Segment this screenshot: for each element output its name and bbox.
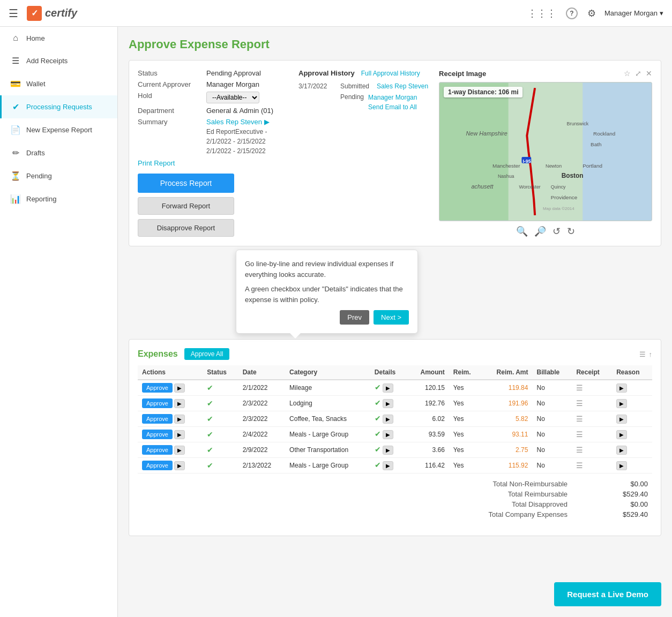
status-check-2: ✔ [207,415,213,423]
status-cell-0: ✔ [203,380,238,396]
row-arrow-button-5[interactable]: ▶ [174,461,185,470]
row-arrow-button-0[interactable]: ▶ [174,383,185,393]
details-check-2: ✔ [375,414,381,423]
total-non-reimbursable-value: $0.00 [610,480,648,488]
rotate-left-icon[interactable]: ↺ [552,225,561,237]
zoom-in-icon[interactable]: 🔍 [516,225,528,237]
expenses-card: Expenses Approve All ☰ ↑ Actions Status … [129,339,661,536]
approve-row-button-3[interactable]: Approve [142,430,173,439]
expand-icon[interactable]: ⤢ [635,69,641,78]
list-icon[interactable]: ☰ [639,350,646,358]
receipt-icon-4[interactable]: ☰ [576,446,583,454]
help-icon[interactable]: ? [566,7,578,19]
row-arrow-button-2[interactable]: ▶ [174,415,185,424]
user-menu[interactable]: Manager Morgan ▾ [604,9,663,17]
approve-row-button-5[interactable]: Approve [142,461,173,470]
details-arrow-5[interactable]: ▶ [383,461,393,470]
status-cell-5: ✔ [203,458,238,473]
disapprove-report-button[interactable]: Disapprove Report [138,219,234,237]
summary-detail-line1: Ed ReportExecutive - [206,128,270,136]
details-arrow-4[interactable]: ▶ [383,446,393,455]
expenses-header: Expenses Approve All ☰ ↑ [138,348,652,360]
details-cell-2: ✔ ▶ [370,411,408,427]
details-arrow-2[interactable]: ▶ [383,415,393,424]
summary-link[interactable]: Sales Rep Steven ▶ [206,118,270,126]
row-arrow-button-1[interactable]: ▶ [174,399,185,408]
approve-row-button-4[interactable]: Approve [142,445,173,455]
grid-icon[interactable]: ⋮⋮⋮ [527,7,556,19]
svg-text:Bath: Bath [591,141,601,147]
approve-row-button-1[interactable]: Approve [142,398,173,408]
receipt-icon-0[interactable]: ☰ [576,383,583,392]
print-report-link[interactable]: Print Report [138,159,288,167]
reason-arrow-0[interactable]: ▶ [616,383,627,393]
reim-amt-cell-0: 119.84 [482,380,532,396]
svg-text:Worcester: Worcester [519,184,541,190]
sidebar-item-new-expense-report[interactable]: 📄 New Expense Report [0,118,117,141]
approval-person-0[interactable]: Sales Rep Steven [377,82,428,90]
receipt-icon-2[interactable]: ☰ [576,415,583,423]
reason-arrow-3[interactable]: ▶ [616,430,627,439]
hold-select[interactable]: --Available-- [206,92,259,103]
summary-row: Summary Sales Rep Steven ▶ Ed ReportExec… [138,118,288,155]
chevron-down-icon: ▾ [660,9,663,17]
date-cell-4: 2/9/2022 [238,442,285,458]
reason-arrow-1[interactable]: ▶ [616,399,627,408]
status-check-3: ✔ [207,430,213,439]
sidebar-item-reporting[interactable]: 📊 Reporting [0,187,117,210]
settings-icon[interactable]: ⚙ [587,7,596,19]
receipt-icon-3[interactable]: ☰ [576,430,583,439]
reason-arrow-4[interactable]: ▶ [616,446,627,455]
approve-row-button-2[interactable]: Approve [142,414,173,424]
receipt-icon-1[interactable]: ☰ [576,399,583,408]
user-name: Manager Morgan [604,9,658,17]
status-cell-4: ✔ [203,442,238,458]
approval-person-1[interactable]: Manager Morgan [368,94,417,101]
approval-history-section: Approval History Full Approval History 3… [298,69,428,237]
receipt-icon-5[interactable]: ☰ [576,461,583,470]
total-company-expenses-value: $529.40 [610,510,648,518]
receipt-cell-2: ☰ [572,411,612,427]
next-button[interactable]: Next > [374,310,409,325]
close-icon[interactable]: ✕ [646,69,652,78]
sidebar-item-add-receipts[interactable]: ☰ Add Receipts [0,49,117,72]
sidebar-item-pending[interactable]: ⏳ Pending [0,164,117,187]
row-arrow-button-3[interactable]: ▶ [174,430,185,439]
forward-report-button[interactable]: Forward Report [138,197,234,215]
details-arrow-3[interactable]: ▶ [383,430,393,439]
details-arrow-1[interactable]: ▶ [383,399,393,408]
receipt-cell-5: ☰ [572,458,612,473]
sort-icon[interactable]: ↑ [649,350,653,358]
reason-cell-2: ▶ [612,411,652,427]
department-label: Department [138,107,202,115]
svg-text:Quincy: Quincy [551,184,566,190]
total-disapproved-row: Total Disapproved $0.00 [142,500,648,508]
date-cell-1: 2/3/2022 [238,396,285,411]
reason-arrow-2[interactable]: ▶ [616,415,627,424]
reim-amt-cell-3: 93.11 [482,427,532,442]
details-arrow-0[interactable]: ▶ [383,383,393,393]
col-receipt: Receipt [572,365,612,380]
approve-all-button[interactable]: Approve All [184,348,230,360]
receipts-icon: ☰ [10,56,21,66]
summary-detail-line3: 2/1/2022 - 2/15/2022 [206,147,270,155]
star-icon[interactable]: ☆ [624,69,631,78]
sidebar-item-processing-requests[interactable]: ✔ Processing Requests [0,95,117,118]
send-email-link[interactable]: Send Email to All [368,103,417,111]
row-arrow-button-4[interactable]: ▶ [174,446,185,455]
sidebar-item-drafts[interactable]: ✏ Drafts [0,141,117,164]
zoom-out-icon[interactable]: 🔎 [534,225,546,237]
full-approval-history-link[interactable]: Full Approval History [361,70,420,77]
total-non-reimbursable-label: Total Non-Reimbursable [493,480,568,488]
reason-cell-4: ▶ [612,442,652,458]
live-demo-button[interactable]: Request a Live Demo [554,582,661,606]
sidebar-item-wallet[interactable]: 💳 Wallet [0,72,117,95]
approve-row-button-0[interactable]: Approve [142,383,173,393]
process-report-button[interactable]: Process Report [138,174,234,193]
sidebar-item-home[interactable]: ⌂ Home [0,27,117,49]
status-row: Status Pending Approval [138,69,288,77]
hamburger-icon[interactable]: ☰ [9,7,18,20]
prev-button[interactable]: Prev [340,310,369,325]
rotate-right-icon[interactable]: ↻ [567,225,575,237]
reason-arrow-5[interactable]: ▶ [616,461,627,470]
